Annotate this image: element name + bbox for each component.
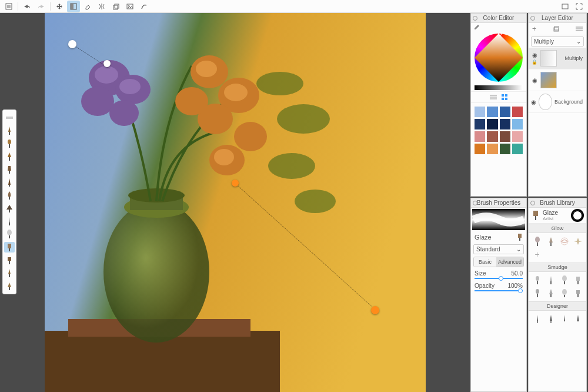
menu-button[interactable] (2, 1, 15, 12)
color-swatch[interactable] (475, 144, 485, 154)
color-swatch[interactable] (487, 144, 497, 154)
lib-brush[interactable] (558, 235, 570, 247)
color-swatch[interactable] (512, 144, 523, 154)
color-swatch[interactable] (512, 131, 523, 142)
gradient-mid-handle[interactable] (103, 60, 111, 67)
color-swatch[interactable] (500, 144, 510, 154)
color-swatch[interactable] (475, 119, 485, 129)
lib-brush[interactable] (531, 274, 543, 286)
gradient-start-handle[interactable] (68, 40, 76, 48)
visibility-icon[interactable]: ◉ (531, 77, 538, 84)
layer-row-painting[interactable]: ◉ (529, 69, 586, 91)
layer-thumbnail (539, 94, 552, 110)
layer-editor-header[interactable]: Layer Editor (529, 14, 586, 23)
lib-brush[interactable] (558, 274, 570, 286)
lock-icon[interactable]: 🔒 (531, 58, 538, 65)
redo-button[interactable] (35, 1, 48, 12)
brush-handle-icon[interactable] (4, 112, 15, 123)
brush-preset-4[interactable] (4, 164, 15, 175)
color-swatch[interactable] (512, 107, 523, 117)
curve-tool[interactable] (138, 1, 151, 12)
brush-preset-glaze[interactable] (4, 242, 15, 253)
lib-brush[interactable] (544, 274, 557, 286)
lib-brush[interactable] (531, 235, 543, 247)
add-brush-button[interactable]: + (531, 248, 543, 260)
eraser-tool[interactable] (81, 1, 94, 12)
lib-brush[interactable] (558, 313, 570, 325)
pin-icon[interactable] (473, 201, 477, 205)
brush-preset-1[interactable] (4, 125, 15, 136)
grayscale-strip[interactable] (475, 85, 523, 90)
color-swatch[interactable] (500, 131, 510, 142)
eyedropper-icon[interactable] (473, 24, 479, 30)
color-swatch[interactable] (500, 107, 510, 117)
undo-button[interactable] (21, 1, 34, 12)
brush-preset-9[interactable] (4, 229, 15, 240)
lib-brush[interactable] (544, 287, 557, 299)
color-swatch[interactable] (500, 119, 510, 129)
tab-advanced[interactable]: Advanced (496, 257, 523, 267)
lib-brush[interactable] (544, 313, 557, 325)
canvas[interactable] (45, 13, 426, 392)
color-wheel[interactable] (475, 34, 523, 82)
color-triangle[interactable] (475, 34, 523, 82)
pin-icon[interactable] (530, 16, 535, 21)
blend-mode-dropdown[interactable]: Multiply⌄ (531, 36, 584, 46)
visibility-icon[interactable]: ◉ (531, 51, 538, 58)
brush-library-header[interactable]: Brush Library (529, 198, 586, 208)
lib-brush[interactable] (572, 235, 584, 247)
lib-brush[interactable] (531, 313, 543, 325)
category-glow[interactable]: Glow (529, 224, 586, 233)
brush-preset-13[interactable] (4, 281, 15, 291)
fullscreen-button[interactable] (573, 1, 586, 12)
brush-preset-7[interactable] (4, 203, 15, 214)
brush-preset-5[interactable] (4, 177, 15, 188)
lib-brush[interactable] (572, 313, 584, 325)
brush-preset-8[interactable] (4, 216, 15, 227)
add-layer-icon[interactable]: + (532, 25, 536, 33)
pin-icon[interactable] (473, 16, 477, 21)
lib-brush[interactable] (572, 274, 584, 286)
brush-preset-12[interactable] (4, 268, 15, 278)
image-tool[interactable] (123, 1, 136, 12)
size-slider[interactable] (475, 278, 523, 279)
tab-basic[interactable]: Basic (474, 257, 496, 267)
layer-menu-icon[interactable] (576, 26, 583, 31)
color-editor-header[interactable]: Color Editor (471, 14, 526, 23)
color-swatch[interactable] (487, 107, 497, 117)
list-view-icon[interactable] (490, 94, 497, 100)
color-swatch[interactable] (475, 107, 485, 117)
brush-preset-3[interactable] (4, 151, 15, 162)
presentation-button[interactable] (559, 1, 572, 12)
color-swatch[interactable] (487, 119, 497, 129)
move-tool[interactable] (53, 1, 66, 12)
lib-brush[interactable] (544, 235, 557, 247)
color-swatch[interactable] (512, 119, 523, 129)
symmetry-tool[interactable] (95, 1, 108, 12)
lib-brush[interactable] (572, 287, 584, 299)
svg-rect-84 (537, 281, 538, 284)
brush-preset-11[interactable] (4, 255, 15, 265)
pin-icon[interactable] (530, 201, 535, 205)
opacity-slider[interactable] (475, 290, 523, 291)
visibility-icon[interactable]: ◉ (531, 98, 536, 105)
layer-stack-icon[interactable] (553, 26, 559, 32)
brush-preset-2[interactable] (4, 138, 15, 149)
shape-tool[interactable] (109, 1, 122, 12)
brush-mode-dropdown[interactable]: Standard⌄ (473, 244, 524, 254)
gradient-end-handle[interactable] (371, 306, 379, 314)
lib-brush[interactable] (558, 287, 570, 299)
brush-properties-header[interactable]: Brush Properties (471, 198, 526, 208)
color-swatch[interactable] (475, 131, 485, 142)
grid-view-icon[interactable] (502, 94, 507, 100)
brush-preset-6[interactable] (4, 190, 15, 201)
gradient-color-handle[interactable] (232, 180, 239, 187)
category-smudge[interactable]: Smudge (529, 263, 586, 272)
library-current-brush[interactable]: GlazeArtist (529, 208, 586, 224)
gradient-tool[interactable] (67, 1, 80, 12)
color-swatch[interactable] (487, 131, 497, 142)
lib-brush[interactable] (531, 287, 543, 299)
layer-row-multiply[interactable]: ◉🔒 Multiply (529, 48, 586, 69)
category-designer[interactable]: Designer (529, 301, 586, 311)
layer-row-background[interactable]: ◉ Background (529, 91, 586, 113)
